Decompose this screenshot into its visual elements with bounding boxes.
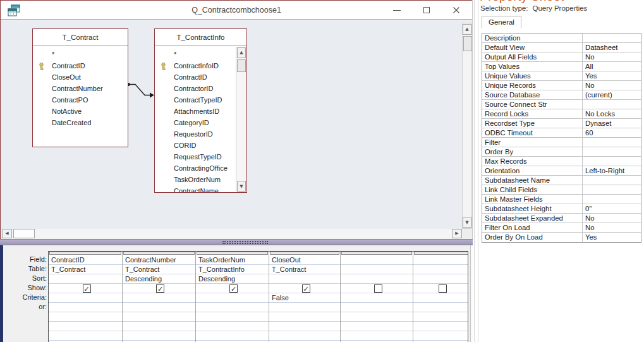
grid-cell-sort[interactable] bbox=[341, 274, 413, 284]
grid-cell-empty[interactable] bbox=[123, 322, 195, 331]
grid-cell-sort[interactable] bbox=[49, 274, 122, 284]
property-value[interactable]: No bbox=[583, 81, 641, 90]
pane-splitter[interactable] bbox=[0, 239, 473, 245]
table-field[interactable]: ContractingOffice bbox=[155, 162, 235, 174]
grid-cell-empty[interactable] bbox=[49, 331, 122, 341]
table-field[interactable]: ContractorID bbox=[155, 83, 235, 94]
property-value[interactable]: No Locks bbox=[583, 109, 641, 119]
scrollbar-thumb[interactable] bbox=[463, 36, 472, 51]
scroll-left-button[interactable]: ◀ bbox=[2, 229, 12, 238]
grid-cell-table[interactable] bbox=[413, 265, 468, 274]
table-field[interactable]: DateCreated bbox=[33, 117, 128, 128]
property-value[interactable]: Yes bbox=[583, 233, 641, 242]
diagram-vertical-scrollbar[interactable]: ▲ ▼ bbox=[462, 23, 472, 229]
show-checkbox-unchecked[interactable] bbox=[439, 284, 447, 293]
grid-cell-show[interactable]: ✓ bbox=[269, 284, 340, 293]
property-value[interactable] bbox=[583, 34, 641, 43]
property-value[interactable]: Dynaset bbox=[583, 119, 641, 128]
grid-cell-criteria[interactable] bbox=[341, 293, 413, 303]
grid-cell-field[interactable]: ContractID bbox=[49, 255, 122, 265]
property-value[interactable]: All bbox=[583, 62, 641, 71]
table-card[interactable]: T_ContractInfo*ContractInfoIDContractIDC… bbox=[154, 28, 247, 193]
grid-cell-show[interactable]: ✓ bbox=[49, 284, 122, 293]
grid-cell-empty[interactable] bbox=[413, 322, 468, 331]
grid-cell-show[interactable]: ✓ bbox=[196, 284, 269, 293]
property-value[interactable] bbox=[583, 138, 641, 147]
grid-cell-table[interactable]: T_Contract bbox=[123, 265, 195, 274]
scroll-up-button[interactable]: ▲ bbox=[237, 47, 246, 58]
property-value[interactable] bbox=[583, 157, 641, 166]
grid-cell-field[interactable]: CloseOut bbox=[269, 255, 340, 265]
show-checkbox-checked[interactable]: ✓ bbox=[302, 284, 310, 293]
grid-cell-or[interactable] bbox=[269, 303, 340, 312]
column-selector[interactable] bbox=[414, 252, 468, 255]
grid-cell-empty[interactable] bbox=[269, 331, 340, 341]
grid-cell-or[interactable] bbox=[341, 303, 413, 312]
property-value[interactable]: 0" bbox=[583, 204, 641, 214]
grid-cell-field[interactable]: ContractNumber bbox=[123, 255, 195, 265]
grid-cell-sort[interactable] bbox=[413, 274, 468, 284]
property-value[interactable] bbox=[583, 195, 641, 204]
diagram-horizontal-scrollbar[interactable]: ◀ ▶ bbox=[2, 229, 462, 239]
grid-cell-field[interactable]: TaskOrderNum bbox=[196, 255, 269, 265]
show-checkbox-checked[interactable]: ✓ bbox=[83, 284, 91, 293]
minimize-button[interactable] bbox=[386, 1, 408, 20]
property-value[interactable]: No bbox=[583, 214, 641, 223]
grid-cell-criteria[interactable] bbox=[123, 293, 195, 303]
scrollbar-thumb[interactable] bbox=[13, 229, 35, 238]
table-field[interactable]: ContractNumber bbox=[33, 83, 128, 94]
grid-cell-empty[interactable] bbox=[49, 322, 122, 331]
grid-cell-show[interactable] bbox=[413, 284, 468, 293]
column-selector[interactable] bbox=[49, 252, 121, 255]
grid-cell-table[interactable]: T_Contract bbox=[269, 265, 340, 274]
grid-cell-or[interactable] bbox=[413, 303, 468, 312]
grid-cell-empty[interactable] bbox=[413, 312, 468, 322]
grid-cell-empty[interactable] bbox=[269, 322, 340, 331]
property-value[interactable]: No bbox=[583, 223, 641, 233]
column-selector[interactable] bbox=[270, 252, 339, 255]
grid-cell-table[interactable]: T_ContractInfo bbox=[196, 265, 269, 274]
grid-cell-criteria[interactable] bbox=[196, 293, 269, 303]
table-field[interactable]: CategoryID bbox=[155, 117, 235, 128]
table-field[interactable]: NotActive bbox=[33, 106, 128, 117]
grid-cell-sort[interactable]: Descending bbox=[196, 274, 269, 284]
table-field[interactable]: ContractName bbox=[155, 185, 235, 192]
property-value[interactable] bbox=[583, 100, 641, 109]
grid-cell-empty[interactable] bbox=[341, 331, 413, 341]
table-card[interactable]: T_Contract*ContractIDCloseOutContractNum… bbox=[32, 28, 128, 147]
table-field[interactable]: ContractTypeID bbox=[155, 94, 235, 106]
grid-cell-or[interactable] bbox=[49, 303, 122, 312]
grid-cell-criteria[interactable] bbox=[413, 293, 468, 303]
grid-cell-empty[interactable] bbox=[269, 312, 340, 322]
property-value[interactable]: 60 bbox=[583, 128, 641, 138]
table-field[interactable]: RequestorID bbox=[155, 128, 235, 140]
close-button[interactable] bbox=[446, 1, 467, 20]
scrollbar-thumb[interactable] bbox=[237, 59, 246, 72]
table-card-title[interactable]: T_Contract bbox=[33, 29, 128, 46]
property-value[interactable] bbox=[583, 176, 641, 185]
table-field[interactable]: ContractID bbox=[155, 71, 235, 83]
table-card-scrollbar[interactable]: ▲▼ bbox=[236, 47, 246, 192]
property-value[interactable]: Left-to-Right bbox=[583, 166, 641, 176]
table-field[interactable]: CloseOut bbox=[33, 71, 128, 83]
property-value[interactable]: Datasheet bbox=[583, 43, 641, 52]
grid-cell-show[interactable] bbox=[341, 284, 413, 293]
table-field[interactable]: ContractInfoID bbox=[155, 60, 235, 71]
show-checkbox-unchecked[interactable] bbox=[374, 284, 382, 293]
table-field[interactable]: * bbox=[155, 49, 235, 60]
grid-cell-empty[interactable] bbox=[123, 312, 195, 322]
grid-cell-field[interactable] bbox=[413, 255, 468, 265]
grid-cell-sort[interactable] bbox=[269, 274, 340, 284]
grid-cell-or[interactable] bbox=[123, 303, 195, 312]
grid-cell-empty[interactable] bbox=[123, 331, 195, 341]
grid-cell-sort[interactable]: Descending bbox=[123, 274, 195, 284]
column-selector[interactable] bbox=[123, 252, 195, 255]
table-field[interactable]: AttachmentsID bbox=[155, 106, 235, 117]
table-card-title[interactable]: T_ContractInfo bbox=[155, 29, 246, 46]
property-value[interactable]: (current) bbox=[583, 90, 641, 100]
table-field[interactable]: CORID bbox=[155, 140, 235, 151]
grid-cell-empty[interactable] bbox=[196, 331, 269, 341]
design-grid-scrollbar-track[interactable] bbox=[470, 245, 473, 342]
column-selector[interactable] bbox=[197, 252, 268, 255]
table-field[interactable]: RequestTypeID bbox=[155, 151, 235, 162]
